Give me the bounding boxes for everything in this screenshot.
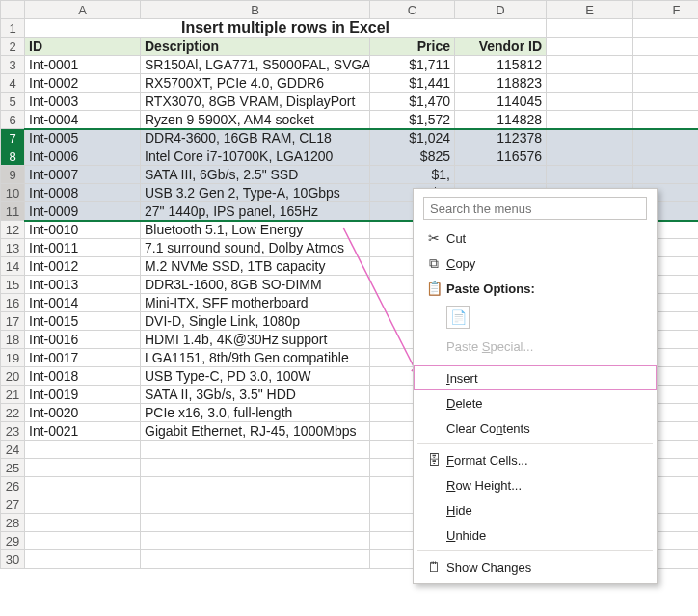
cell-vendor[interactable]: 115812 <box>455 56 547 74</box>
table-row[interactable]: 9Int-0007SATA III, 6Gb/s, 2.5" SSD$1, <box>1 166 699 184</box>
row-header[interactable]: 24 <box>1 441 25 459</box>
table-row[interactable]: 2IDDescriptionPriceVendor ID <box>1 38 699 56</box>
row-header[interactable]: 15 <box>1 276 25 294</box>
cell-empty[interactable] <box>547 111 633 129</box>
cell-id[interactable]: Int-0009 <box>25 202 141 221</box>
cell-empty[interactable] <box>547 74 633 93</box>
cell-empty[interactable] <box>633 56 699 74</box>
cell-desc[interactable] <box>141 532 370 550</box>
cell-desc[interactable] <box>141 550 370 569</box>
cell-desc[interactable]: Intel Core i7-10700K, LGA1200 <box>141 147 370 166</box>
cell-desc[interactable]: 7.1 surround sound, Dolby Atmos <box>141 239 370 257</box>
row-header[interactable]: 20 <box>1 367 25 386</box>
cell-desc[interactable] <box>141 477 370 495</box>
row-header[interactable]: 7 <box>1 129 25 147</box>
cell-id[interactable]: Int-0011 <box>25 239 141 257</box>
cell-id[interactable] <box>25 514 141 532</box>
cell-empty[interactable] <box>547 93 633 111</box>
col-header-f[interactable]: F <box>633 1 699 19</box>
cell-id[interactable]: Int-0012 <box>25 257 141 276</box>
menu-delete[interactable]: Delete <box>414 390 657 415</box>
cell-id[interactable]: Int-0013 <box>25 276 141 294</box>
row-header[interactable]: 21 <box>1 386 25 404</box>
col-header-c[interactable]: C <box>370 1 455 19</box>
cell-id[interactable]: Int-0004 <box>25 111 141 129</box>
row-header[interactable]: 2 <box>1 38 25 56</box>
column-header-cell[interactable]: Description <box>141 38 370 56</box>
menu-clear-contents[interactable]: Clear Contents <box>414 415 657 441</box>
menu-row-height[interactable]: Row Height... <box>414 472 657 497</box>
row-header[interactable]: 30 <box>1 550 25 569</box>
row-header[interactable]: 29 <box>1 532 25 550</box>
cell-price[interactable]: $1,470 <box>370 93 455 111</box>
cell-id[interactable]: Int-0015 <box>25 312 141 331</box>
row-header[interactable]: 25 <box>1 459 25 477</box>
cell-desc[interactable]: HDMI 1.4b, 4K@30Hz support <box>141 331 370 349</box>
col-header-b[interactable]: B <box>141 1 370 19</box>
row-header[interactable]: 18 <box>1 331 25 349</box>
cell-empty[interactable] <box>547 147 633 166</box>
cell-id[interactable]: Int-0016 <box>25 331 141 349</box>
cell-desc[interactable]: SATA II, 3Gb/s, 3.5" HDD <box>141 386 370 404</box>
cell-vendor[interactable]: 114045 <box>455 93 547 111</box>
row-header[interactable]: 14 <box>1 257 25 276</box>
column-header-cell[interactable]: ID <box>25 38 141 56</box>
cell-empty[interactable] <box>547 56 633 74</box>
cell-id[interactable] <box>25 459 141 477</box>
cell-price[interactable]: $1, <box>370 166 455 184</box>
menu-copy[interactable]: ⧉ Copy <box>414 251 657 276</box>
column-header-cell[interactable]: Vendor ID <box>455 38 547 56</box>
row-header[interactable]: 22 <box>1 404 25 422</box>
cell-desc[interactable]: Gigabit Ethernet, RJ-45, 1000Mbps <box>141 422 370 441</box>
cell-empty[interactable] <box>547 129 633 147</box>
menu-show-changes[interactable]: 🗒 Show Changes <box>414 554 657 579</box>
row-header[interactable]: 16 <box>1 294 25 312</box>
row-header[interactable]: 19 <box>1 349 25 367</box>
row-header[interactable]: 12 <box>1 221 25 239</box>
cell-empty[interactable] <box>633 93 699 111</box>
cell-desc[interactable]: USB 3.2 Gen 2, Type-A, 10Gbps <box>141 184 370 202</box>
row-header[interactable]: 5 <box>1 93 25 111</box>
cell-id[interactable] <box>25 550 141 569</box>
cell-price[interactable]: $1,711 <box>370 56 455 74</box>
cell-empty[interactable] <box>633 74 699 93</box>
cell-price[interactable]: $1,572 <box>370 111 455 129</box>
cell-desc[interactable] <box>141 441 370 459</box>
row-header[interactable]: 9 <box>1 166 25 184</box>
row-header[interactable]: 1 <box>1 19 25 38</box>
cell-vendor[interactable]: 112378 <box>455 129 547 147</box>
menu-unhide[interactable]: Unhide <box>414 522 657 548</box>
cell-id[interactable]: Int-0017 <box>25 349 141 367</box>
cell-id[interactable]: Int-0008 <box>25 184 141 202</box>
row-header[interactable]: 26 <box>1 477 25 495</box>
cell-desc[interactable] <box>141 514 370 532</box>
table-row[interactable]: 4Int-0002RX5700XT, PCIe 4.0, GDDR6$1,441… <box>1 74 699 93</box>
cell-desc[interactable]: DVI-D, Single Link, 1080p <box>141 312 370 331</box>
table-row[interactable]: 5Int-0003RTX3070, 8GB VRAM, DisplayPort$… <box>1 93 699 111</box>
cell-id[interactable]: Int-0021 <box>25 422 141 441</box>
col-header-a[interactable]: A <box>25 1 141 19</box>
cell-desc[interactable]: SATA III, 6Gb/s, 2.5" SSD <box>141 166 370 184</box>
cell-empty[interactable] <box>633 129 699 147</box>
cell-id[interactable]: Int-0007 <box>25 166 141 184</box>
cell-id[interactable]: Int-0005 <box>25 129 141 147</box>
cell-id[interactable]: Int-0010 <box>25 221 141 239</box>
cell-id[interactable] <box>25 532 141 550</box>
table-row[interactable]: 8Int-0006Intel Core i7-10700K, LGA1200$8… <box>1 147 699 166</box>
cell-desc[interactable]: SR150Al, LGA771, S5000PAL, SVGA <box>141 56 370 74</box>
row-header[interactable]: 28 <box>1 514 25 532</box>
table-row[interactable]: 3Int-0001SR150Al, LGA771, S5000PAL, SVGA… <box>1 56 699 74</box>
cell-empty[interactable] <box>633 147 699 166</box>
cell-id[interactable]: Int-0019 <box>25 386 141 404</box>
column-header-cell[interactable]: Price <box>370 38 455 56</box>
cell-desc[interactable]: M.2 NVMe SSD, 1TB capacity <box>141 257 370 276</box>
cell-desc[interactable] <box>141 459 370 477</box>
cell-desc[interactable]: USB Type-C, PD 3.0, 100W <box>141 367 370 386</box>
row-header[interactable]: 6 <box>1 111 25 129</box>
cell-id[interactable]: Int-0014 <box>25 294 141 312</box>
cell-id[interactable]: Int-0006 <box>25 147 141 166</box>
col-header-d[interactable]: D <box>455 1 547 19</box>
cell-vendor[interactable] <box>455 166 547 184</box>
cell-empty[interactable] <box>547 166 633 184</box>
cell-id[interactable] <box>25 441 141 459</box>
